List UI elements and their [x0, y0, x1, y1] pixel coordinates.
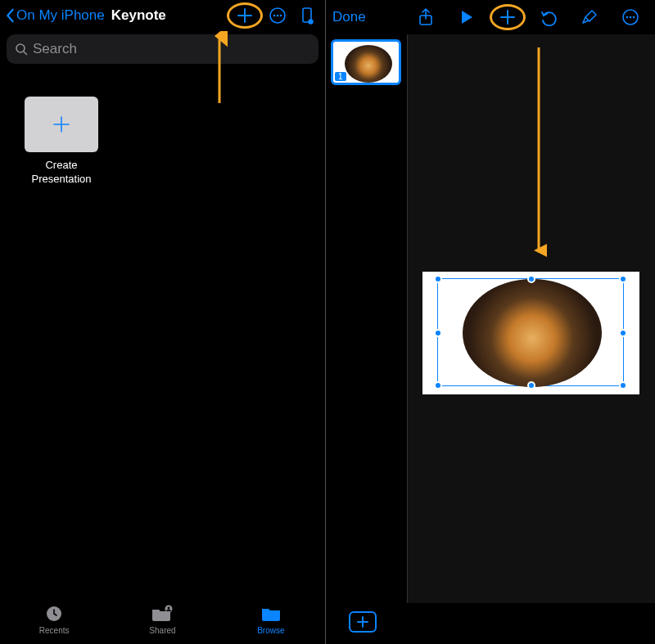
tab-shared[interactable]: Shared [129, 603, 195, 635]
chevron-left-icon [5, 8, 15, 23]
insert-button[interactable] [490, 2, 526, 32]
selected-object[interactable] [437, 278, 624, 386]
plus-icon [499, 8, 517, 26]
resize-handle[interactable] [527, 275, 535, 283]
play-button[interactable] [449, 2, 485, 32]
svg-point-10 [168, 606, 170, 609]
slide[interactable] [422, 272, 639, 394]
page-title: Keynote [111, 7, 166, 24]
editor-pane: Done [326, 0, 655, 644]
plus-icon [236, 7, 254, 25]
done-button[interactable]: Done [332, 9, 366, 25]
clock-icon [44, 604, 64, 624]
tab-label: Recents [39, 626, 70, 635]
search-placeholder: Search [33, 41, 77, 57]
slide-number-badge: 1 [335, 72, 346, 81]
bottom-toolbar [326, 603, 377, 641]
resize-handle[interactable] [434, 329, 442, 337]
create-box-icon [25, 97, 98, 152]
ellipsis-circle-icon [269, 7, 287, 25]
resize-handle[interactable] [527, 381, 535, 390]
create-label: Create Presentation [25, 159, 98, 187]
tab-browse[interactable]: Browse [238, 603, 304, 635]
play-icon [459, 9, 474, 25]
left-header: On My iPhone Keynote [0, 0, 325, 31]
resize-handle[interactable] [434, 381, 442, 390]
svg-point-13 [626, 16, 629, 19]
svg-point-15 [633, 16, 635, 19]
tab-label: Shared [149, 626, 175, 635]
ellipsis-circle-icon [621, 8, 639, 26]
resize-handle[interactable] [619, 381, 627, 390]
document-grid: Create Presentation [0, 64, 325, 187]
svg-point-3 [280, 15, 282, 17]
tab-label: Browse [257, 626, 284, 635]
search-input[interactable]: Search [7, 34, 318, 64]
shared-folder-icon [151, 605, 174, 623]
slide-canvas[interactable] [408, 34, 655, 603]
format-brush-button[interactable] [571, 2, 608, 32]
more-options-button[interactable] [261, 1, 294, 30]
right-header: Done [326, 0, 655, 34]
thumbnail-image [345, 45, 392, 83]
device-sync-button[interactable] [294, 1, 320, 30]
resize-handle[interactable] [434, 275, 442, 283]
editor-body: 1 [326, 34, 655, 603]
back-button[interactable]: On My iPhone [5, 7, 105, 24]
undo-icon [540, 8, 558, 26]
create-document-button[interactable] [228, 1, 261, 30]
undo-button[interactable] [531, 2, 567, 32]
folder-icon [260, 605, 282, 623]
share-icon [418, 7, 434, 27]
paintbrush-icon [580, 8, 599, 26]
search-icon [15, 43, 28, 56]
svg-point-5 [308, 19, 313, 24]
slide-navigator[interactable]: 1 [326, 34, 408, 603]
svg-point-2 [277, 15, 279, 17]
back-label: On My iPhone [16, 7, 105, 24]
svg-point-14 [630, 16, 632, 19]
plus-icon [50, 113, 73, 136]
tab-recents[interactable]: Recents [21, 603, 87, 635]
svg-point-1 [273, 15, 276, 17]
slide-thumbnail[interactable]: 1 [331, 39, 401, 85]
device-icon [299, 7, 315, 25]
create-presentation-tile[interactable]: Create Presentation [25, 97, 98, 187]
add-slide-button[interactable] [349, 611, 377, 633]
resize-handle[interactable] [619, 329, 627, 337]
more-button[interactable] [612, 2, 648, 32]
file-browser-pane: On My iPhone Keynote Search [0, 0, 326, 644]
search-wrap: Search [0, 31, 325, 64]
plus-icon [357, 616, 368, 628]
bottom-tab-bar: Recents Shared Browse [0, 597, 325, 644]
resize-handle[interactable] [619, 275, 627, 283]
inserted-image[interactable] [463, 279, 602, 387]
share-button[interactable] [408, 2, 444, 32]
